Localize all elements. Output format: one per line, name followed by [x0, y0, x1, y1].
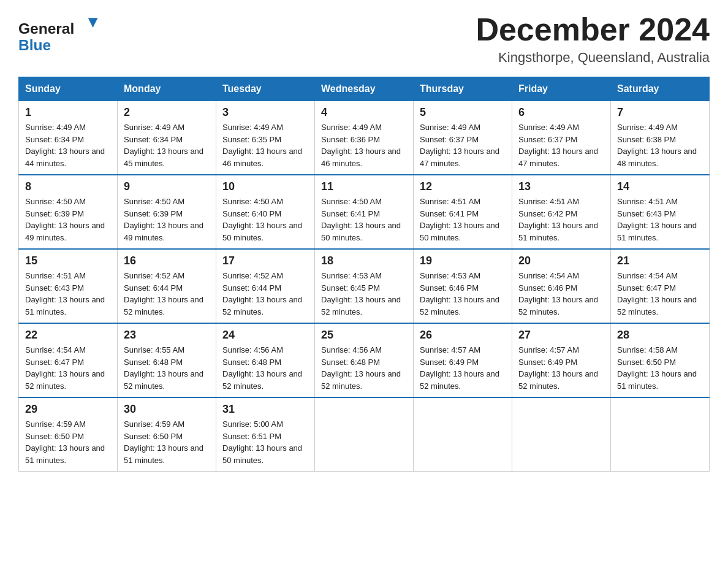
col-header-tuesday: Tuesday	[216, 77, 315, 101]
day-info: Sunrise: 4:50 AMSunset: 6:39 PMDaylight:…	[124, 196, 210, 243]
day-info: Sunrise: 4:49 AMSunset: 6:37 PMDaylight:…	[518, 121, 604, 169]
calendar-cell: 18Sunrise: 4:53 AMSunset: 6:45 PMDayligh…	[315, 249, 414, 323]
calendar-week-row: 15Sunrise: 4:51 AMSunset: 6:43 PMDayligh…	[19, 249, 710, 323]
calendar-cell: 30Sunrise: 4:59 AMSunset: 6:50 PMDayligh…	[118, 397, 216, 472]
day-info: Sunrise: 4:54 AMSunset: 6:46 PMDaylight:…	[518, 270, 604, 318]
calendar-cell: 23Sunrise: 4:55 AMSunset: 6:48 PMDayligh…	[118, 323, 216, 397]
day-info: Sunrise: 4:52 AMSunset: 6:44 PMDaylight:…	[124, 270, 210, 318]
calendar-cell: 11Sunrise: 4:50 AMSunset: 6:41 PMDayligh…	[315, 175, 414, 249]
day-info: Sunrise: 4:51 AMSunset: 6:41 PMDaylight:…	[420, 196, 506, 243]
day-info: Sunrise: 4:54 AMSunset: 6:47 PMDaylight:…	[25, 344, 111, 392]
day-info: Sunrise: 4:59 AMSunset: 6:50 PMDaylight:…	[124, 418, 210, 466]
day-info: Sunrise: 4:56 AMSunset: 6:48 PMDaylight:…	[321, 344, 407, 392]
day-number: 13	[518, 180, 604, 193]
calendar-week-row: 1Sunrise: 4:49 AMSunset: 6:34 PMDaylight…	[19, 101, 710, 175]
day-number: 1	[25, 106, 111, 119]
day-info: Sunrise: 5:00 AMSunset: 6:51 PMDaylight:…	[222, 418, 308, 466]
day-info: Sunrise: 4:49 AMSunset: 6:34 PMDaylight:…	[124, 121, 210, 169]
day-info: Sunrise: 4:49 AMSunset: 6:36 PMDaylight:…	[321, 121, 407, 169]
calendar-cell	[512, 397, 611, 472]
day-info: Sunrise: 4:50 AMSunset: 6:41 PMDaylight:…	[321, 196, 407, 243]
calendar-cell: 24Sunrise: 4:56 AMSunset: 6:48 PMDayligh…	[216, 323, 315, 397]
day-number: 11	[321, 180, 407, 193]
day-number: 17	[222, 255, 308, 267]
day-info: Sunrise: 4:55 AMSunset: 6:48 PMDaylight:…	[124, 344, 210, 392]
day-number: 22	[25, 329, 111, 342]
calendar-cell: 20Sunrise: 4:54 AMSunset: 6:46 PMDayligh…	[512, 249, 611, 323]
calendar-cell: 12Sunrise: 4:51 AMSunset: 6:41 PMDayligh…	[414, 175, 512, 249]
page-header: General Blue December 2024 Kingsthorpe, …	[18, 12, 710, 66]
day-info: Sunrise: 4:58 AMSunset: 6:50 PMDaylight:…	[617, 344, 703, 392]
day-info: Sunrise: 4:59 AMSunset: 6:50 PMDaylight:…	[25, 418, 111, 466]
calendar-cell: 10Sunrise: 4:50 AMSunset: 6:40 PMDayligh…	[216, 175, 315, 249]
day-number: 28	[617, 329, 703, 342]
calendar-cell: 27Sunrise: 4:57 AMSunset: 6:49 PMDayligh…	[512, 323, 611, 397]
calendar-cell: 14Sunrise: 4:51 AMSunset: 6:43 PMDayligh…	[611, 175, 710, 249]
day-number: 20	[518, 255, 604, 267]
calendar-cell: 5Sunrise: 4:49 AMSunset: 6:37 PMDaylight…	[414, 101, 512, 175]
col-header-thursday: Thursday	[414, 77, 512, 101]
logo-icon: General Blue	[18, 12, 104, 55]
day-number: 24	[222, 329, 308, 342]
day-number: 26	[420, 329, 506, 342]
calendar-cell	[414, 397, 512, 472]
calendar-table: SundayMondayTuesdayWednesdayThursdayFrid…	[18, 77, 710, 472]
day-number: 23	[124, 329, 210, 342]
day-number: 25	[321, 329, 407, 342]
calendar-cell: 16Sunrise: 4:52 AMSunset: 6:44 PMDayligh…	[118, 249, 216, 323]
day-info: Sunrise: 4:54 AMSunset: 6:47 PMDaylight:…	[617, 270, 703, 318]
calendar-cell: 21Sunrise: 4:54 AMSunset: 6:47 PMDayligh…	[611, 249, 710, 323]
day-info: Sunrise: 4:49 AMSunset: 6:35 PMDaylight:…	[222, 121, 308, 169]
day-number: 2	[124, 106, 210, 119]
day-info: Sunrise: 4:50 AMSunset: 6:39 PMDaylight:…	[25, 196, 111, 243]
day-number: 4	[321, 106, 407, 119]
col-header-sunday: Sunday	[19, 77, 118, 101]
calendar-cell: 22Sunrise: 4:54 AMSunset: 6:47 PMDayligh…	[19, 323, 118, 397]
logo-area: General Blue	[18, 12, 104, 55]
calendar-week-row: 29Sunrise: 4:59 AMSunset: 6:50 PMDayligh…	[19, 397, 710, 472]
day-info: Sunrise: 4:53 AMSunset: 6:46 PMDaylight:…	[420, 270, 506, 318]
calendar-cell: 26Sunrise: 4:57 AMSunset: 6:49 PMDayligh…	[414, 323, 512, 397]
day-number: 12	[420, 180, 506, 193]
day-number: 14	[617, 180, 703, 193]
day-info: Sunrise: 4:51 AMSunset: 6:43 PMDaylight:…	[25, 270, 111, 318]
day-number: 15	[25, 255, 111, 267]
calendar-cell: 9Sunrise: 4:50 AMSunset: 6:39 PMDaylight…	[118, 175, 216, 249]
calendar-week-row: 22Sunrise: 4:54 AMSunset: 6:47 PMDayligh…	[19, 323, 710, 397]
day-info: Sunrise: 4:50 AMSunset: 6:40 PMDaylight:…	[222, 196, 308, 243]
svg-text:Blue: Blue	[18, 37, 51, 53]
calendar-cell: 6Sunrise: 4:49 AMSunset: 6:37 PMDaylight…	[512, 101, 611, 175]
month-title: December 2024	[476, 12, 710, 47]
day-info: Sunrise: 4:49 AMSunset: 6:34 PMDaylight:…	[25, 121, 111, 169]
day-number: 21	[617, 255, 703, 267]
day-number: 31	[222, 403, 308, 416]
day-number: 30	[124, 403, 210, 416]
day-number: 8	[25, 180, 111, 193]
day-number: 3	[222, 106, 308, 119]
calendar-cell	[315, 397, 414, 472]
day-info: Sunrise: 4:57 AMSunset: 6:49 PMDaylight:…	[518, 344, 604, 392]
day-number: 16	[124, 255, 210, 267]
calendar-cell	[611, 397, 710, 472]
col-header-monday: Monday	[118, 77, 216, 101]
calendar-cell: 19Sunrise: 4:53 AMSunset: 6:46 PMDayligh…	[414, 249, 512, 323]
svg-marker-1	[88, 18, 98, 28]
day-number: 6	[518, 106, 604, 119]
day-number: 18	[321, 255, 407, 267]
day-number: 5	[420, 106, 506, 119]
calendar-cell: 2Sunrise: 4:49 AMSunset: 6:34 PMDaylight…	[118, 101, 216, 175]
title-area: December 2024 Kingsthorpe, Queensland, A…	[476, 12, 710, 66]
day-info: Sunrise: 4:53 AMSunset: 6:45 PMDaylight:…	[321, 270, 407, 318]
day-info: Sunrise: 4:51 AMSunset: 6:43 PMDaylight:…	[617, 196, 703, 243]
day-number: 9	[124, 180, 210, 193]
calendar-cell: 13Sunrise: 4:51 AMSunset: 6:42 PMDayligh…	[512, 175, 611, 249]
day-info: Sunrise: 4:51 AMSunset: 6:42 PMDaylight:…	[518, 196, 604, 243]
day-number: 7	[617, 106, 703, 119]
day-info: Sunrise: 4:56 AMSunset: 6:48 PMDaylight:…	[222, 344, 308, 392]
col-header-saturday: Saturday	[611, 77, 710, 101]
calendar-cell: 8Sunrise: 4:50 AMSunset: 6:39 PMDaylight…	[19, 175, 118, 249]
calendar-cell: 17Sunrise: 4:52 AMSunset: 6:44 PMDayligh…	[216, 249, 315, 323]
calendar-cell: 25Sunrise: 4:56 AMSunset: 6:48 PMDayligh…	[315, 323, 414, 397]
calendar-cell: 1Sunrise: 4:49 AMSunset: 6:34 PMDaylight…	[19, 101, 118, 175]
col-header-friday: Friday	[512, 77, 611, 101]
